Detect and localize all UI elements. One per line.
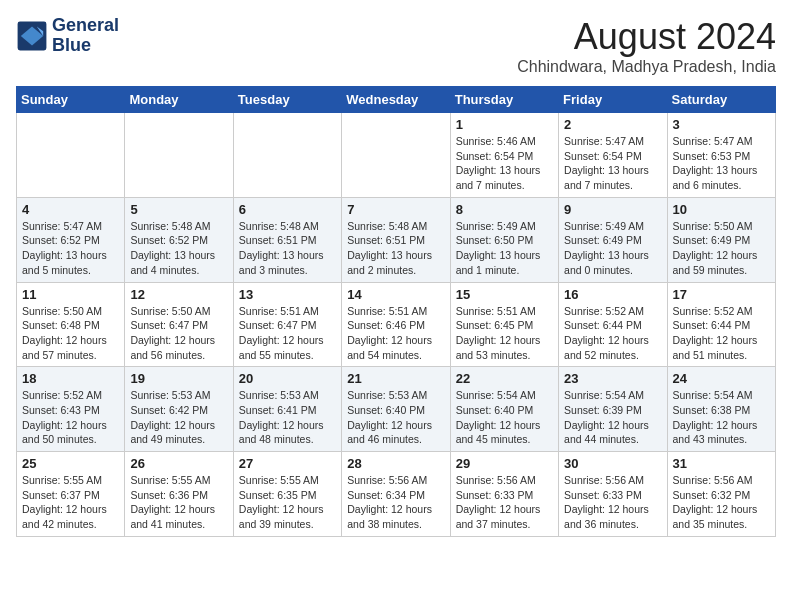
- logo-icon: [16, 20, 48, 52]
- day-info: Sunrise: 5:51 AM Sunset: 6:47 PM Dayligh…: [239, 304, 336, 363]
- day-info: Sunrise: 5:52 AM Sunset: 6:43 PM Dayligh…: [22, 388, 119, 447]
- day-number: 5: [130, 202, 227, 217]
- calendar-day-cell: 29Sunrise: 5:56 AM Sunset: 6:33 PM Dayli…: [450, 452, 558, 537]
- day-info: Sunrise: 5:56 AM Sunset: 6:33 PM Dayligh…: [564, 473, 661, 532]
- day-info: Sunrise: 5:53 AM Sunset: 6:40 PM Dayligh…: [347, 388, 444, 447]
- day-number: 1: [456, 117, 553, 132]
- day-info: Sunrise: 5:50 AM Sunset: 6:47 PM Dayligh…: [130, 304, 227, 363]
- day-number: 31: [673, 456, 770, 471]
- day-info: Sunrise: 5:47 AM Sunset: 6:52 PM Dayligh…: [22, 219, 119, 278]
- calendar-day-cell: 4Sunrise: 5:47 AM Sunset: 6:52 PM Daylig…: [17, 197, 125, 282]
- day-number: 3: [673, 117, 770, 132]
- day-info: Sunrise: 5:55 AM Sunset: 6:35 PM Dayligh…: [239, 473, 336, 532]
- title-block: August 2024 Chhindwara, Madhya Pradesh, …: [517, 16, 776, 76]
- weekday-header-cell: Saturday: [667, 87, 775, 113]
- day-number: 19: [130, 371, 227, 386]
- day-info: Sunrise: 5:47 AM Sunset: 6:53 PM Dayligh…: [673, 134, 770, 193]
- day-info: Sunrise: 5:55 AM Sunset: 6:37 PM Dayligh…: [22, 473, 119, 532]
- logo: General Blue: [16, 16, 119, 56]
- weekday-header-cell: Tuesday: [233, 87, 341, 113]
- day-info: Sunrise: 5:49 AM Sunset: 6:50 PM Dayligh…: [456, 219, 553, 278]
- day-number: 18: [22, 371, 119, 386]
- calendar-body: 1Sunrise: 5:46 AM Sunset: 6:54 PM Daylig…: [17, 113, 776, 537]
- calendar-week-row: 18Sunrise: 5:52 AM Sunset: 6:43 PM Dayli…: [17, 367, 776, 452]
- day-number: 14: [347, 287, 444, 302]
- day-number: 24: [673, 371, 770, 386]
- calendar-day-cell: 21Sunrise: 5:53 AM Sunset: 6:40 PM Dayli…: [342, 367, 450, 452]
- day-info: Sunrise: 5:54 AM Sunset: 6:39 PM Dayligh…: [564, 388, 661, 447]
- calendar-day-cell: 17Sunrise: 5:52 AM Sunset: 6:44 PM Dayli…: [667, 282, 775, 367]
- calendar-day-cell: 11Sunrise: 5:50 AM Sunset: 6:48 PM Dayli…: [17, 282, 125, 367]
- calendar-day-cell: 19Sunrise: 5:53 AM Sunset: 6:42 PM Dayli…: [125, 367, 233, 452]
- calendar-week-row: 11Sunrise: 5:50 AM Sunset: 6:48 PM Dayli…: [17, 282, 776, 367]
- day-info: Sunrise: 5:48 AM Sunset: 6:51 PM Dayligh…: [239, 219, 336, 278]
- calendar-day-cell: 2Sunrise: 5:47 AM Sunset: 6:54 PM Daylig…: [559, 113, 667, 198]
- weekday-header-cell: Wednesday: [342, 87, 450, 113]
- calendar-day-cell: 23Sunrise: 5:54 AM Sunset: 6:39 PM Dayli…: [559, 367, 667, 452]
- calendar-day-cell: 6Sunrise: 5:48 AM Sunset: 6:51 PM Daylig…: [233, 197, 341, 282]
- day-number: 27: [239, 456, 336, 471]
- calendar-day-cell: 15Sunrise: 5:51 AM Sunset: 6:45 PM Dayli…: [450, 282, 558, 367]
- day-info: Sunrise: 5:48 AM Sunset: 6:52 PM Dayligh…: [130, 219, 227, 278]
- day-number: 29: [456, 456, 553, 471]
- calendar-day-cell: 12Sunrise: 5:50 AM Sunset: 6:47 PM Dayli…: [125, 282, 233, 367]
- day-number: 30: [564, 456, 661, 471]
- day-info: Sunrise: 5:47 AM Sunset: 6:54 PM Dayligh…: [564, 134, 661, 193]
- day-number: 10: [673, 202, 770, 217]
- day-number: 17: [673, 287, 770, 302]
- calendar-week-row: 1Sunrise: 5:46 AM Sunset: 6:54 PM Daylig…: [17, 113, 776, 198]
- location-title: Chhindwara, Madhya Pradesh, India: [517, 58, 776, 76]
- logo-text: General Blue: [52, 16, 119, 56]
- weekday-header-cell: Friday: [559, 87, 667, 113]
- day-info: Sunrise: 5:56 AM Sunset: 6:32 PM Dayligh…: [673, 473, 770, 532]
- day-number: 13: [239, 287, 336, 302]
- day-number: 25: [22, 456, 119, 471]
- calendar-day-cell: 1Sunrise: 5:46 AM Sunset: 6:54 PM Daylig…: [450, 113, 558, 198]
- calendar-week-row: 25Sunrise: 5:55 AM Sunset: 6:37 PM Dayli…: [17, 452, 776, 537]
- calendar-day-cell: 25Sunrise: 5:55 AM Sunset: 6:37 PM Dayli…: [17, 452, 125, 537]
- calendar-day-cell: 22Sunrise: 5:54 AM Sunset: 6:40 PM Dayli…: [450, 367, 558, 452]
- calendar-day-cell: 31Sunrise: 5:56 AM Sunset: 6:32 PM Dayli…: [667, 452, 775, 537]
- day-info: Sunrise: 5:46 AM Sunset: 6:54 PM Dayligh…: [456, 134, 553, 193]
- calendar-day-cell: 30Sunrise: 5:56 AM Sunset: 6:33 PM Dayli…: [559, 452, 667, 537]
- calendar-day-cell: 3Sunrise: 5:47 AM Sunset: 6:53 PM Daylig…: [667, 113, 775, 198]
- calendar-day-cell: 7Sunrise: 5:48 AM Sunset: 6:51 PM Daylig…: [342, 197, 450, 282]
- day-number: 8: [456, 202, 553, 217]
- day-number: 2: [564, 117, 661, 132]
- day-number: 12: [130, 287, 227, 302]
- calendar-day-cell: 9Sunrise: 5:49 AM Sunset: 6:49 PM Daylig…: [559, 197, 667, 282]
- day-info: Sunrise: 5:53 AM Sunset: 6:41 PM Dayligh…: [239, 388, 336, 447]
- calendar-day-cell: [17, 113, 125, 198]
- day-number: 22: [456, 371, 553, 386]
- calendar-day-cell: 14Sunrise: 5:51 AM Sunset: 6:46 PM Dayli…: [342, 282, 450, 367]
- calendar-day-cell: [125, 113, 233, 198]
- day-number: 9: [564, 202, 661, 217]
- weekday-header-cell: Sunday: [17, 87, 125, 113]
- calendar-day-cell: 24Sunrise: 5:54 AM Sunset: 6:38 PM Dayli…: [667, 367, 775, 452]
- calendar-day-cell: 10Sunrise: 5:50 AM Sunset: 6:49 PM Dayli…: [667, 197, 775, 282]
- weekday-header-cell: Thursday: [450, 87, 558, 113]
- day-number: 7: [347, 202, 444, 217]
- calendar-day-cell: [342, 113, 450, 198]
- day-info: Sunrise: 5:52 AM Sunset: 6:44 PM Dayligh…: [673, 304, 770, 363]
- weekday-header-cell: Monday: [125, 87, 233, 113]
- calendar-day-cell: 16Sunrise: 5:52 AM Sunset: 6:44 PM Dayli…: [559, 282, 667, 367]
- day-number: 23: [564, 371, 661, 386]
- calendar-day-cell: 5Sunrise: 5:48 AM Sunset: 6:52 PM Daylig…: [125, 197, 233, 282]
- month-title: August 2024: [517, 16, 776, 58]
- calendar-day-cell: 26Sunrise: 5:55 AM Sunset: 6:36 PM Dayli…: [125, 452, 233, 537]
- day-info: Sunrise: 5:52 AM Sunset: 6:44 PM Dayligh…: [564, 304, 661, 363]
- calendar-day-cell: [233, 113, 341, 198]
- day-number: 16: [564, 287, 661, 302]
- calendar-day-cell: 27Sunrise: 5:55 AM Sunset: 6:35 PM Dayli…: [233, 452, 341, 537]
- calendar-day-cell: 13Sunrise: 5:51 AM Sunset: 6:47 PM Dayli…: [233, 282, 341, 367]
- day-number: 4: [22, 202, 119, 217]
- day-info: Sunrise: 5:54 AM Sunset: 6:38 PM Dayligh…: [673, 388, 770, 447]
- calendar-table: SundayMondayTuesdayWednesdayThursdayFrid…: [16, 86, 776, 537]
- calendar-day-cell: 8Sunrise: 5:49 AM Sunset: 6:50 PM Daylig…: [450, 197, 558, 282]
- calendar-day-cell: 18Sunrise: 5:52 AM Sunset: 6:43 PM Dayli…: [17, 367, 125, 452]
- page-header: General Blue August 2024 Chhindwara, Mad…: [16, 16, 776, 76]
- day-info: Sunrise: 5:55 AM Sunset: 6:36 PM Dayligh…: [130, 473, 227, 532]
- day-number: 15: [456, 287, 553, 302]
- day-number: 26: [130, 456, 227, 471]
